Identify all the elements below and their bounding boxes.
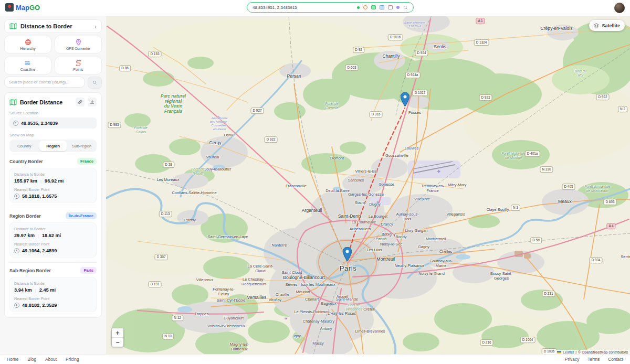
route-icon: [75, 60, 82, 67]
zoom-in-button[interactable]: +: [112, 328, 123, 337]
layers-icon: [594, 23, 599, 28]
tool-coastline[interactable]: Coastline: [4, 57, 51, 74]
sub-region-metrics-card: Distance to Border 3.94 km | 2.45 mi Nea…: [9, 277, 97, 312]
marker-mini-icon[interactable]: [396, 6, 400, 9]
nearest-region-border-marker[interactable]: [401, 92, 410, 109]
link-icon: [78, 100, 82, 104]
pipe-separator: |: [35, 288, 36, 293]
airplane-icon: ✈: [437, 169, 441, 174]
footer-link-about[interactable]: About: [45, 357, 57, 362]
footer-link-privacy[interactable]: Privacy: [565, 357, 579, 362]
location-icon: [14, 248, 19, 253]
sidebar-search-row: [4, 77, 102, 89]
source-location-field[interactable]: 48.8535, 2.34839: [9, 117, 97, 129]
satellite-label: Satellite: [602, 23, 620, 28]
globe-icon: [25, 39, 32, 46]
search-button[interactable]: [88, 77, 102, 89]
header-search-bar[interactable]: 48.8534951, 2.3483915: [247, 2, 414, 13]
search-icon: [92, 80, 97, 85]
pipe-separator: |: [40, 179, 41, 184]
footer-link-home[interactable]: Home: [7, 357, 18, 362]
panel-title: Distance to Border: [20, 23, 91, 29]
tool-hierarchy[interactable]: Hierarchy: [4, 36, 51, 53]
distance-mi: 18.62 mi: [42, 233, 61, 238]
nearest-label: Nearest Border Point: [14, 187, 92, 192]
tools-grid: Hierarchy GPS Converter Coastline Points: [4, 36, 102, 74]
nearest-point-value: 48.8182, 2.3529: [22, 303, 57, 308]
tool-points[interactable]: Points: [55, 57, 102, 74]
tab-sub-region[interactable]: Sub-region: [68, 141, 96, 151]
distance-label: Distance to Border: [14, 227, 92, 231]
footer-link-pricing[interactable]: Pricing: [66, 357, 79, 362]
zoom-control: + −: [111, 328, 124, 347]
location-icon: [14, 303, 19, 308]
ukraine-flag-icon: [557, 351, 561, 354]
leaflet-link[interactable]: Leaflet: [563, 350, 574, 354]
logo-text-map: Map: [16, 4, 29, 12]
map-icon: [9, 99, 17, 106]
app-window: MapGO 48.8534951, 2.3483915 Distance to …: [0, 0, 630, 364]
distance-mi: 2.45 mi: [39, 287, 56, 293]
distance-label: Distance to Border: [14, 172, 92, 177]
header-search-value[interactable]: 48.8534951, 2.3483915: [253, 5, 353, 10]
app-logo[interactable]: MapGO: [5, 3, 40, 12]
basemap: ✈ ✈ ✈ ✈: [106, 16, 630, 355]
region-badge: Île-de-France: [66, 212, 97, 219]
distance-label: Distance to Border: [14, 281, 92, 286]
zoom-out-button[interactable]: −: [112, 337, 123, 347]
footer-link-terms[interactable]: Terms: [587, 357, 600, 362]
nearest-point-value: 49.1064, 2.4899: [22, 248, 57, 253]
search-icon[interactable]: [403, 5, 408, 10]
nearest-label: Nearest Border Point: [14, 296, 92, 301]
distance-km: 29.97 km: [14, 233, 35, 238]
border-distance-panel: Border Distance Source Location 48.8535,…: [4, 92, 102, 318]
user-avatar[interactable]: [614, 3, 625, 13]
sub-region-badge: Paris: [80, 267, 97, 274]
distance-to-border-header[interactable]: Distance to Border ›: [4, 19, 102, 33]
show-on-map-label: Show on Map: [9, 133, 97, 137]
status-dot-icon: [357, 6, 360, 9]
copy-link-button[interactable]: [76, 98, 85, 106]
show-on-map-tabs: Country Region Sub-region: [9, 140, 97, 152]
country-metrics-card: Distance to Border 155.97 km | 96.92 mi …: [9, 168, 97, 203]
tool-gps-converter[interactable]: GPS Converter: [55, 36, 102, 53]
download-button[interactable]: [88, 98, 97, 106]
tab-region[interactable]: Region: [39, 141, 67, 151]
distance-km: 155.97 km: [14, 178, 37, 184]
attribution-separator: |: [575, 350, 576, 354]
section-title: Sub-Region Border: [9, 268, 51, 273]
tool-label: Hierarchy: [20, 47, 35, 50]
layers-chip-icon[interactable]: [371, 5, 376, 9]
footer-link-contact[interactable]: Contact: [608, 357, 623, 362]
distance-mi: 96.92 mi: [45, 178, 64, 184]
logo-map-pin-icon: [5, 3, 14, 12]
region-metrics-card: Distance to Border 29.97 km | 18.62 mi N…: [9, 222, 97, 258]
route-mini-icon[interactable]: [388, 5, 393, 9]
map-icon: [9, 23, 17, 30]
nearest-point-value: 50.1818, 1.6575: [22, 194, 57, 199]
location-icon: [13, 121, 18, 126]
country-badge: France: [77, 158, 97, 165]
target-icon[interactable]: [363, 5, 368, 9]
tab-country[interactable]: Country: [10, 141, 38, 151]
sub-region-border-section: Sub-Region Border Paris Distance to Bord…: [9, 262, 97, 312]
location-icon: [14, 194, 19, 199]
download-icon: [90, 100, 94, 104]
sidebar: Distance to Border › Hierarchy GPS Conve…: [0, 16, 106, 355]
region-border-section: Region Border Île-de-France Distance to …: [9, 208, 97, 258]
source-location-marker[interactable]: [343, 247, 352, 263]
section-title: Country Border: [9, 159, 43, 164]
top-header: MapGO 48.8534951, 2.3483915: [0, 0, 630, 16]
grid-icon[interactable]: [380, 5, 384, 9]
map-canvas[interactable]: ✈ ✈ ✈ ✈: [106, 16, 630, 355]
chevron-right-icon[interactable]: ›: [94, 23, 97, 30]
tool-label: GPS Converter: [66, 47, 90, 50]
osm-attribution: © OpenStreetMap contributors: [578, 350, 628, 354]
footer-link-blog[interactable]: Blog: [27, 357, 36, 362]
source-location-label: Source Location: [9, 111, 97, 115]
map-pin-icon: [75, 39, 82, 46]
place-search-input[interactable]: [4, 77, 85, 88]
source-location-value: 48.8535, 2.34839: [21, 121, 58, 126]
tool-label: Coastline: [20, 68, 35, 71]
satellite-toggle-button[interactable]: Satellite: [589, 20, 625, 31]
